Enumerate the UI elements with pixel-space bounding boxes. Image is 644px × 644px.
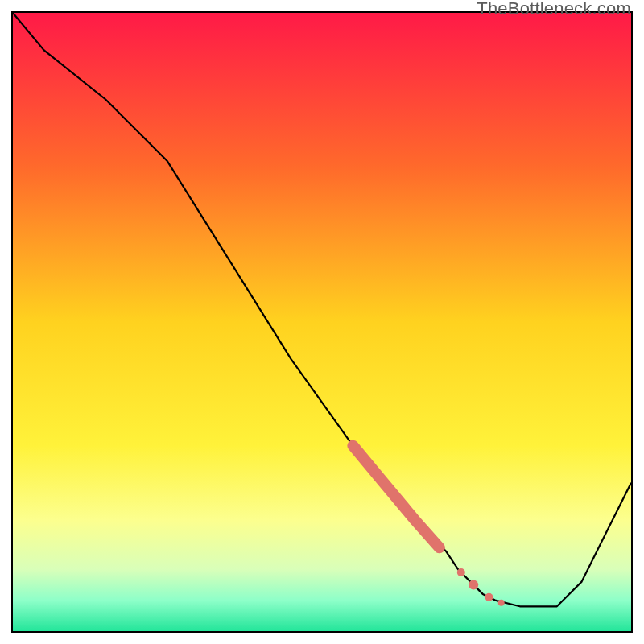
- marker-4: [498, 600, 505, 606]
- plot-area: [11, 11, 633, 633]
- gradient-background: [13, 13, 631, 631]
- marker-3: [485, 593, 493, 601]
- watermark-text: TheBottleneck.com: [477, 0, 631, 19]
- marker-2: [469, 580, 478, 589]
- marker-1: [457, 568, 465, 576]
- chart-canvas: TheBottleneck.com: [0, 0, 644, 644]
- chart-svg: [13, 13, 631, 631]
